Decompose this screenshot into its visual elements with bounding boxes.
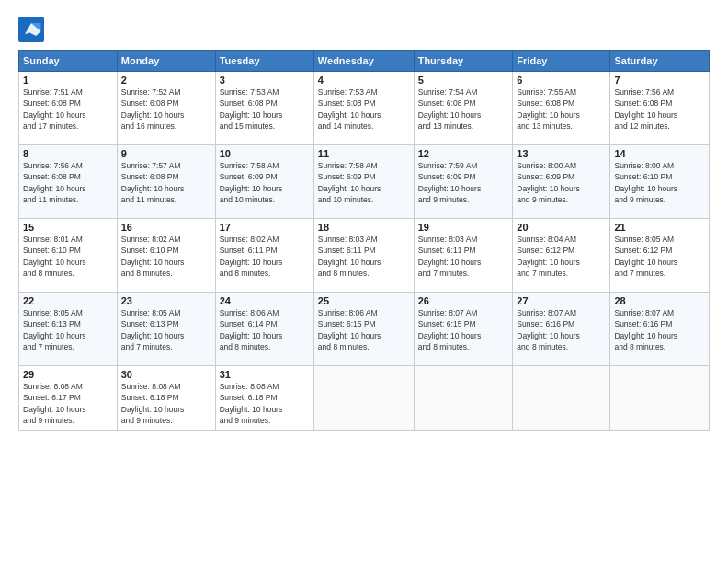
calendar-cell: 30Sunrise: 8:08 AMSunset: 6:18 PMDayligh… — [117, 366, 215, 431]
calendar-cell — [610, 366, 710, 431]
col-header-friday: Friday — [513, 51, 610, 72]
day-info: Sunrise: 8:08 AMSunset: 6:18 PMDaylight:… — [220, 382, 283, 425]
day-number: 1 — [23, 75, 113, 86]
col-header-tuesday: Tuesday — [215, 51, 313, 72]
day-number: 7 — [614, 75, 705, 86]
day-number: 9 — [121, 148, 211, 159]
calendar-cell: 23Sunrise: 8:05 AMSunset: 6:13 PMDayligh… — [117, 293, 215, 366]
day-number: 28 — [614, 295, 705, 306]
day-number: 19 — [418, 222, 509, 233]
day-number: 17 — [220, 222, 310, 233]
day-info: Sunrise: 7:55 AMSunset: 6:08 PMDaylight:… — [517, 87, 580, 131]
day-info: Sunrise: 7:52 AMSunset: 6:08 PMDaylight:… — [121, 87, 185, 131]
calendar-cell: 20Sunrise: 8:04 AMSunset: 6:12 PMDayligh… — [513, 219, 610, 293]
calendar-cell: 31Sunrise: 8:08 AMSunset: 6:18 PMDayligh… — [215, 366, 313, 431]
col-header-wednesday: Wednesday — [313, 51, 414, 72]
day-number: 27 — [517, 295, 606, 306]
calendar-cell: 19Sunrise: 8:03 AMSunset: 6:11 PMDayligh… — [414, 219, 513, 293]
col-header-monday: Monday — [117, 51, 215, 72]
day-number: 20 — [517, 222, 606, 233]
week-row-3: 15Sunrise: 8:01 AMSunset: 6:10 PMDayligh… — [19, 219, 710, 293]
calendar-cell: 12Sunrise: 7:59 AMSunset: 6:09 PMDayligh… — [414, 145, 513, 219]
week-row-2: 8Sunrise: 7:56 AMSunset: 6:08 PMDaylight… — [19, 145, 710, 219]
calendar-cell: 26Sunrise: 8:07 AMSunset: 6:15 PMDayligh… — [414, 293, 513, 366]
day-info: Sunrise: 8:03 AMSunset: 6:11 PMDaylight:… — [418, 235, 482, 278]
day-info: Sunrise: 8:07 AMSunset: 6:15 PMDaylight:… — [418, 308, 482, 351]
calendar-cell: 8Sunrise: 7:56 AMSunset: 6:08 PMDaylight… — [19, 145, 118, 219]
day-info: Sunrise: 7:53 AMSunset: 6:08 PMDaylight:… — [318, 87, 381, 131]
day-number: 4 — [318, 75, 410, 86]
calendar-cell — [513, 366, 610, 431]
calendar-cell: 27Sunrise: 8:07 AMSunset: 6:16 PMDayligh… — [513, 293, 610, 366]
calendar-cell: 4Sunrise: 7:53 AMSunset: 6:08 PMDaylight… — [313, 72, 414, 145]
calendar-cell: 6Sunrise: 7:55 AMSunset: 6:08 PMDaylight… — [513, 72, 610, 145]
week-row-4: 22Sunrise: 8:05 AMSunset: 6:13 PMDayligh… — [19, 293, 710, 366]
calendar-cell: 22Sunrise: 8:05 AMSunset: 6:13 PMDayligh… — [19, 293, 118, 366]
day-info: Sunrise: 8:00 AMSunset: 6:10 PMDaylight:… — [614, 161, 677, 204]
day-info: Sunrise: 7:53 AMSunset: 6:08 PMDaylight:… — [220, 87, 283, 131]
day-info: Sunrise: 7:56 AMSunset: 6:08 PMDaylight:… — [23, 161, 86, 204]
header — [18, 17, 710, 42]
day-info: Sunrise: 8:04 AMSunset: 6:12 PMDaylight:… — [517, 235, 580, 278]
day-number: 12 — [418, 148, 509, 159]
calendar-cell: 18Sunrise: 8:03 AMSunset: 6:11 PMDayligh… — [313, 219, 414, 293]
page: SundayMondayTuesdayWednesdayThursdayFrid… — [0, 0, 728, 563]
day-info: Sunrise: 8:01 AMSunset: 6:10 PMDaylight:… — [23, 235, 86, 278]
day-info: Sunrise: 8:07 AMSunset: 6:16 PMDaylight:… — [614, 308, 677, 351]
day-number: 16 — [121, 222, 211, 233]
day-info: Sunrise: 8:06 AMSunset: 6:14 PMDaylight:… — [220, 308, 283, 351]
day-number: 10 — [220, 148, 310, 159]
day-info: Sunrise: 8:05 AMSunset: 6:13 PMDaylight:… — [121, 308, 185, 351]
day-number: 29 — [23, 369, 113, 380]
calendar-cell: 1Sunrise: 7:51 AMSunset: 6:08 PMDaylight… — [19, 72, 118, 145]
day-number: 31 — [220, 369, 310, 380]
day-number: 23 — [121, 295, 211, 306]
calendar-cell: 17Sunrise: 8:02 AMSunset: 6:11 PMDayligh… — [215, 219, 313, 293]
day-number: 21 — [614, 222, 705, 233]
col-header-saturday: Saturday — [610, 51, 710, 72]
day-info: Sunrise: 8:06 AMSunset: 6:15 PMDaylight:… — [318, 308, 381, 351]
day-info: Sunrise: 7:59 AMSunset: 6:09 PMDaylight:… — [418, 161, 482, 204]
day-number: 11 — [318, 148, 410, 159]
logo — [18, 17, 48, 42]
day-info: Sunrise: 8:07 AMSunset: 6:16 PMDaylight:… — [517, 308, 580, 351]
day-info: Sunrise: 8:03 AMSunset: 6:11 PMDaylight:… — [318, 235, 381, 278]
day-number: 26 — [418, 295, 509, 306]
day-info: Sunrise: 7:58 AMSunset: 6:09 PMDaylight:… — [220, 161, 283, 204]
calendar-cell: 13Sunrise: 8:00 AMSunset: 6:09 PMDayligh… — [513, 145, 610, 219]
day-number: 8 — [23, 148, 113, 159]
calendar-cell: 25Sunrise: 8:06 AMSunset: 6:15 PMDayligh… — [313, 293, 414, 366]
calendar-cell: 9Sunrise: 7:57 AMSunset: 6:08 PMDaylight… — [117, 145, 215, 219]
day-number: 15 — [23, 222, 113, 233]
logo-icon — [18, 17, 44, 42]
day-number: 2 — [121, 75, 211, 86]
calendar-cell: 28Sunrise: 8:07 AMSunset: 6:16 PMDayligh… — [610, 293, 710, 366]
calendar-cell: 11Sunrise: 7:58 AMSunset: 6:09 PMDayligh… — [313, 145, 414, 219]
day-number: 30 — [121, 369, 211, 380]
day-info: Sunrise: 8:08 AMSunset: 6:18 PMDaylight:… — [121, 382, 185, 425]
calendar-cell: 10Sunrise: 7:58 AMSunset: 6:09 PMDayligh… — [215, 145, 313, 219]
calendar-cell: 24Sunrise: 8:06 AMSunset: 6:14 PMDayligh… — [215, 293, 313, 366]
day-info: Sunrise: 8:00 AMSunset: 6:09 PMDaylight:… — [517, 161, 580, 204]
day-info: Sunrise: 7:57 AMSunset: 6:08 PMDaylight:… — [121, 161, 185, 204]
week-row-1: 1Sunrise: 7:51 AMSunset: 6:08 PMDaylight… — [19, 72, 710, 145]
calendar-cell — [414, 366, 513, 431]
calendar-cell: 7Sunrise: 7:56 AMSunset: 6:08 PMDaylight… — [610, 72, 710, 145]
col-header-sunday: Sunday — [19, 51, 118, 72]
calendar-cell: 5Sunrise: 7:54 AMSunset: 6:08 PMDaylight… — [414, 72, 513, 145]
week-row-5: 29Sunrise: 8:08 AMSunset: 6:17 PMDayligh… — [19, 366, 710, 431]
header-row: SundayMondayTuesdayWednesdayThursdayFrid… — [19, 51, 710, 72]
day-number: 14 — [614, 148, 705, 159]
day-info: Sunrise: 8:05 AMSunset: 6:13 PMDaylight:… — [23, 308, 86, 351]
day-info: Sunrise: 8:02 AMSunset: 6:10 PMDaylight:… — [121, 235, 185, 278]
day-info: Sunrise: 7:54 AMSunset: 6:08 PMDaylight:… — [418, 87, 482, 131]
day-number: 3 — [220, 75, 310, 86]
calendar-cell: 14Sunrise: 8:00 AMSunset: 6:10 PMDayligh… — [610, 145, 710, 219]
day-number: 22 — [23, 295, 113, 306]
day-info: Sunrise: 8:08 AMSunset: 6:17 PMDaylight:… — [23, 382, 86, 425]
day-number: 25 — [318, 295, 410, 306]
day-number: 6 — [517, 75, 606, 86]
calendar-cell: 2Sunrise: 7:52 AMSunset: 6:08 PMDaylight… — [117, 72, 215, 145]
calendar-cell: 29Sunrise: 8:08 AMSunset: 6:17 PMDayligh… — [19, 366, 118, 431]
calendar-cell: 15Sunrise: 8:01 AMSunset: 6:10 PMDayligh… — [19, 219, 118, 293]
